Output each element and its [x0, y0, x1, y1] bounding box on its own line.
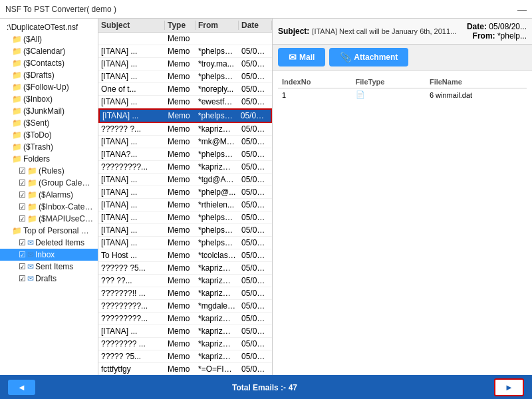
sidebar-item-21[interactable]: ☑✉Drafts	[0, 273, 98, 285]
col-header-subject[interactable]: Subject	[98, 21, 165, 30]
sidebar-item-4[interactable]: 📁($Drafts)	[0, 69, 98, 81]
sidebar-item-0[interactable]: :\DuplicateOTest.nsf	[0, 21, 98, 33]
email-row[interactable]: ????? ?5... Memo *kapriz@... 05/08/20...	[98, 350, 272, 363]
subject-label: Subject:	[278, 27, 309, 36]
email-row[interactable]: [ITANA?... Memo *phelps@... 05/08/20...	[98, 148, 272, 161]
cell-from: *kapriz@...	[196, 326, 239, 336]
email-row[interactable]: ?????????... Memo *kapriz@... 05/08/20..…	[98, 161, 272, 174]
sidebar: :\DuplicateOTest.nsf📁($All)📁($Calendar)📁…	[0, 19, 98, 375]
email-row[interactable]: [ITANA] ... Memo *phelps@... 05/08/20...	[98, 224, 272, 237]
cell-type: Memo	[165, 46, 196, 57]
email-row[interactable]: [ITANA] ... Memo *phelps@... 05/08/20...	[98, 108, 272, 123]
sidebar-label: Folders	[23, 154, 50, 164]
tab-attachment[interactable]: 📎 Attachment	[329, 48, 408, 66]
back-button[interactable]: ◄	[8, 380, 35, 395]
cell-date: 05/08/20...	[239, 149, 272, 160]
preview-date-from: Date: 05/08/20... From: *phelp...	[467, 22, 527, 41]
email-row[interactable]: To Host ... Memo *tcolclasu... 05/08/20.…	[98, 249, 272, 262]
sidebar-item-1[interactable]: 📁($All)	[0, 33, 98, 45]
email-row[interactable]: Memo	[98, 33, 272, 45]
email-row[interactable]: [ITANA] ... Memo *phelps@... 05/08/20...	[98, 237, 272, 249]
cell-date: 05/08/20...	[239, 301, 272, 311]
email-row[interactable]: ?????????... Memo *mgdaley... 05/08/20..…	[98, 300, 272, 313]
sidebar-item-2[interactable]: 📁($Calendar)	[0, 45, 98, 57]
email-row[interactable]: [ITANA] ... Memo *mk@MS... 05/08/20...	[98, 136, 272, 148]
sidebar-label: ($Sent)	[23, 118, 49, 128]
sidebar-item-12[interactable]: ☑📁(Rules)	[0, 165, 98, 177]
sidebar-label: Deleted Items	[35, 238, 84, 247]
email-row[interactable]: ?????? ?5... Memo *kapriz@... 05/08/20..…	[98, 262, 272, 275]
cell-type: Memo	[165, 313, 196, 324]
cell-type: Memo	[165, 33, 196, 44]
email-row[interactable]: fcttfytfgy Memo *=O=FIR... 05/08/20...	[98, 363, 272, 375]
cell-type: Memo	[165, 364, 196, 374]
sidebar-item-7[interactable]: 📁($JunkMail)	[0, 105, 98, 117]
email-row[interactable]: One of t... Memo *noreply... 05/08/20...	[98, 83, 272, 96]
sidebar-item-9[interactable]: 📁($ToDo)	[0, 129, 98, 141]
sidebar-item-14[interactable]: ☑📁($Alarms)	[0, 189, 98, 201]
cell-from: *rthielen...	[196, 200, 239, 210]
sidebar-item-5[interactable]: 📁($Follow-Up)	[0, 81, 98, 93]
email-row[interactable]: ?????? ?... Memo *kapriz@... 05/08/20...	[98, 123, 272, 136]
cell-type: Memo	[165, 174, 196, 185]
cell-subject: ?????????...	[98, 301, 165, 311]
cell-subject: ???????!! ...	[98, 288, 165, 299]
email-row[interactable]: [ITANA] ... Memo *phelp@... 05/08/20...	[98, 186, 272, 199]
sidebar-label: ($MAPIUseContacts)	[39, 214, 94, 223]
email-row[interactable]: ?????????... Memo *kapriz@... 05/08/20..…	[98, 313, 272, 325]
att-filename: 6 winmail.dat	[426, 88, 527, 102]
cell-type: Memo	[165, 59, 196, 69]
sidebar-item-10[interactable]: 📁($Trash)	[0, 141, 98, 153]
cell-from: *kapriz@...	[196, 162, 239, 172]
sidebar-item-19[interactable]: ☑✉Inbox	[0, 249, 98, 261]
email-row[interactable]: [ITANA] ... Memo *tgd@AN... 05/08/20...	[98, 174, 272, 186]
cell-subject: ???????? ...	[98, 338, 165, 349]
email-row[interactable]: [ITANA] ... Memo *phelps@... 05/08/20...	[98, 45, 272, 58]
email-row[interactable]: [ITANA] ... Memo *rthielen... 05/08/20..…	[98, 199, 272, 211]
sidebar-item-18[interactable]: ☑✉Deleted Items	[0, 237, 98, 249]
mail-icon: ✉	[289, 52, 297, 63]
sidebar-item-13[interactable]: ☑📁(Group Calendars)	[0, 177, 98, 189]
cell-date: 05/08/20...	[239, 275, 272, 286]
next-button[interactable]: ►	[494, 378, 524, 396]
col-header-from[interactable]: From	[196, 21, 239, 30]
email-list-header: Subject Type From Date	[98, 19, 272, 33]
cell-subject: [ITANA] ...	[98, 174, 165, 185]
cell-from: *tgd@AN...	[196, 174, 239, 185]
col-header-type[interactable]: Type	[165, 21, 196, 30]
sidebar-item-16[interactable]: ☑📁($MAPIUseContacts)	[0, 213, 98, 225]
cell-from: *phelps@...	[196, 46, 239, 57]
total-count: 47	[289, 383, 297, 392]
cell-type: Memo	[165, 136, 196, 147]
cell-from: *kapriz@...	[196, 275, 239, 286]
email-row[interactable]: [ITANA] ... Memo *troy.ma... 05/08/20...	[98, 58, 272, 70]
sidebar-item-11[interactable]: 📁Folders	[0, 153, 98, 165]
sidebar-item-8[interactable]: 📁($Sent)	[0, 117, 98, 129]
email-row[interactable]: [ITANA] ... Memo *ewestfal... 05/08/20..…	[98, 96, 272, 108]
close-icon[interactable]: —	[517, 4, 527, 15]
att-filetype: 📄	[352, 88, 426, 102]
email-row[interactable]: ???????!! ... Memo *kapriz@... 05/08/20.…	[98, 287, 272, 300]
email-row[interactable]: [ITANA] ... Memo *kapriz@... 05/08/20...	[98, 325, 272, 338]
cell-type: Memo	[165, 84, 196, 94]
sidebar-item-3[interactable]: 📁($Contacts)	[0, 57, 98, 69]
sidebar-item-17[interactable]: 📁Top of Personal Folders	[0, 225, 98, 237]
cell-subject	[98, 33, 165, 44]
sidebar-item-15[interactable]: ☑📁($Inbox-Categorized1)	[0, 201, 98, 213]
email-row[interactable]: [ITANA] ... Memo *phelps@... 05/08/20...	[98, 70, 272, 83]
col-header-date[interactable]: Date	[239, 21, 272, 30]
cell-from: *phelps@...	[196, 110, 238, 121]
sidebar-label: ($Drafts)	[23, 70, 55, 80]
tab-mail[interactable]: ✉ Mail	[278, 48, 325, 66]
cell-date: 05/08/20...	[239, 96, 272, 107]
email-row[interactable]: [ITANA] ... Memo *phelps@... 05/08/20...	[98, 211, 272, 224]
cell-type: Memo	[165, 187, 196, 198]
cell-from: *phelps@...	[196, 225, 239, 235]
email-row[interactable]: ???????? ... Memo *kapriz@... 05/08/20..…	[98, 338, 272, 350]
sidebar-item-20[interactable]: ☑✉Sent Items	[0, 261, 98, 273]
email-row[interactable]: ??? ??... Memo *kapriz@... 05/08/20...	[98, 275, 272, 287]
cell-type: Memo	[165, 149, 196, 160]
sidebar-label: Top of Personal Folders	[23, 226, 94, 235]
sidebar-item-6[interactable]: 📁($Inbox)	[0, 93, 98, 105]
cell-type: Memo	[165, 200, 196, 210]
